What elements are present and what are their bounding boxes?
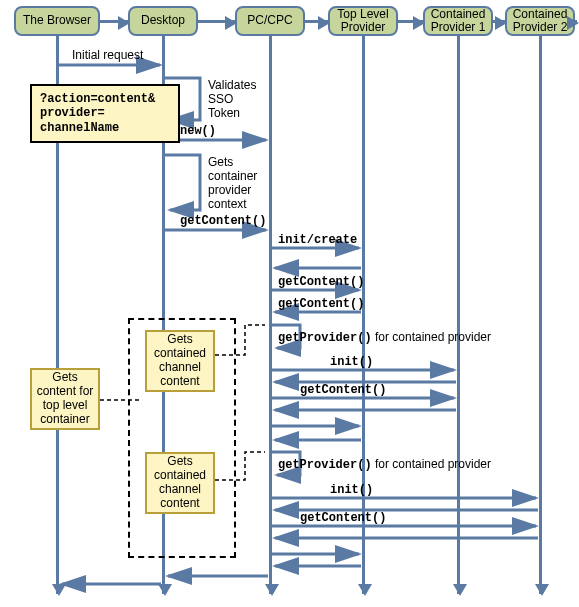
label-new: new() [180,124,216,138]
participant-browser: The Browser [14,6,100,36]
label-getcontent-cp2: getContent() [300,511,386,525]
note-request-params: ?action=content& provider= channelName [30,84,180,143]
top-connector-arrow [398,20,423,23]
participant-browser-label: The Browser [23,14,91,27]
participant-pccpc: PC/CPC [235,6,305,36]
label-validates-sso: Validates SSO Token [208,78,256,120]
box-top-level-container: Gets content for top level container [30,368,100,430]
lifeline-pccpc [269,36,272,594]
lifeline-contained1 [457,36,460,594]
participant-desktop: Desktop [128,6,198,36]
label-getprovider-1: getProvider() for contained provider [278,330,491,345]
label-initial-request: Initial request [72,48,143,62]
label-getprovider-2-desc: for contained provider [375,457,491,471]
box-contained-b: Gets contained channel content [145,452,215,514]
sequence-diagram: The Browser Desktop PC/CPC Top Level Pro… [0,0,579,607]
label-getprovider-1-desc: for contained provider [375,330,491,344]
label-init-1: init() [330,355,373,369]
label-getprovider-2-fn: getProvider() [278,458,372,472]
top-connector-arrow [198,20,235,23]
label-getcontent-2: getContent() [278,275,364,289]
participant-contained2-label: Contained Provider 2 [511,8,569,34]
label-init-2: init() [330,483,373,497]
top-connector-arrow [493,20,505,23]
top-connector-arrow [305,20,328,23]
participant-pccpc-label: PC/CPC [247,14,292,27]
label-getcontent-3: getContent() [278,297,364,311]
top-connector-arrow [100,20,128,23]
label-init-create: init/create [278,233,357,247]
participant-contained2: Contained Provider 2 [505,6,575,36]
top-connector-arrow [575,20,577,23]
label-getprovider-1-fn: getProvider() [278,331,372,345]
box-contained-a: Gets contained channel content [145,330,215,392]
lifeline-contained2 [539,36,542,594]
participant-toplevel-label: Top Level Provider [334,8,392,34]
participant-desktop-label: Desktop [141,14,185,27]
label-getcontent: getContent() [180,214,266,228]
label-getcontent-cp1: getContent() [300,383,386,397]
participant-contained1: Contained Provider 1 [423,6,493,36]
label-getprovider-2: getProvider() for contained provider [278,457,491,472]
participant-toplevel: Top Level Provider [328,6,398,36]
participant-contained1-label: Contained Provider 1 [429,8,487,34]
label-gets-context: Gets container provider context [208,155,257,211]
